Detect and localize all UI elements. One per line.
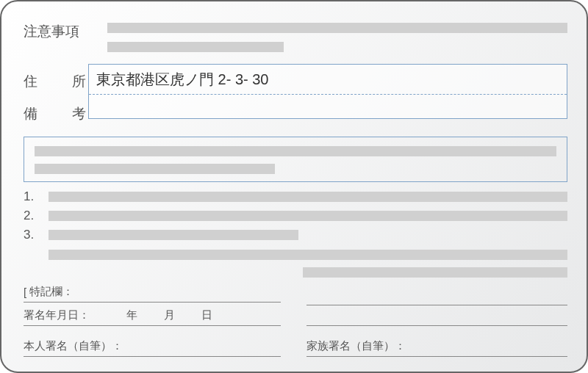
signature-area: [ 特記欄： 署名年月日： 年 月 日 [24, 285, 567, 357]
sign-date-underline [24, 325, 281, 326]
family-sign-label: 家族署名（自筆）： [306, 339, 567, 353]
address-remarks-box [88, 64, 567, 119]
list-number-2: 2. [24, 209, 49, 223]
box-line-2 [35, 164, 275, 174]
special-label: 特記欄： [29, 285, 74, 299]
right-line-lower [306, 325, 567, 326]
bracket-icon: [ [24, 286, 26, 298]
notice-line-2 [107, 42, 284, 52]
special-underline [24, 302, 281, 303]
list-line-3 [49, 230, 298, 240]
list-line-1 [49, 192, 567, 202]
list-extra-1 [49, 250, 567, 260]
address-input[interactable] [89, 65, 567, 94]
day-label: 日 [201, 308, 212, 322]
address-label: 住 所 [24, 72, 96, 91]
box-line-1 [35, 146, 556, 156]
self-sign-label: 本人署名（自筆）： [24, 339, 281, 353]
notice-line-1 [107, 23, 567, 33]
remarks-input[interactable] [89, 95, 567, 118]
remarks-label: 備 考 [24, 104, 96, 123]
right-line-upper [306, 305, 567, 305]
form-card: 注意事項 住 所 備 考 1. 2. 3. [0, 0, 588, 373]
family-sign-underline [306, 356, 567, 357]
list-extra-2 [303, 267, 567, 278]
month-label: 月 [164, 308, 175, 322]
sign-date-label: 署名年月日： [24, 308, 90, 322]
year-label: 年 [126, 308, 137, 322]
numbered-list: 1. 2. 3. [24, 189, 567, 278]
list-number-3: 3. [24, 228, 49, 242]
list-line-2 [49, 211, 567, 221]
list-number-1: 1. [24, 189, 49, 204]
notice-label: 注意事項 [24, 22, 79, 41]
box-area [24, 137, 567, 182]
self-sign-underline [24, 356, 281, 357]
